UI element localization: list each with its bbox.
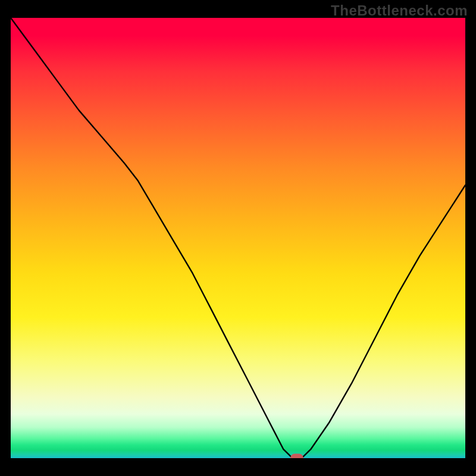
watermark-text: TheBottleneck.com xyxy=(331,2,468,19)
optimal-point-marker xyxy=(290,454,303,459)
plot-area xyxy=(11,18,465,458)
chart-frame: TheBottleneck.com xyxy=(0,0,476,476)
bottleneck-curve xyxy=(11,18,465,458)
